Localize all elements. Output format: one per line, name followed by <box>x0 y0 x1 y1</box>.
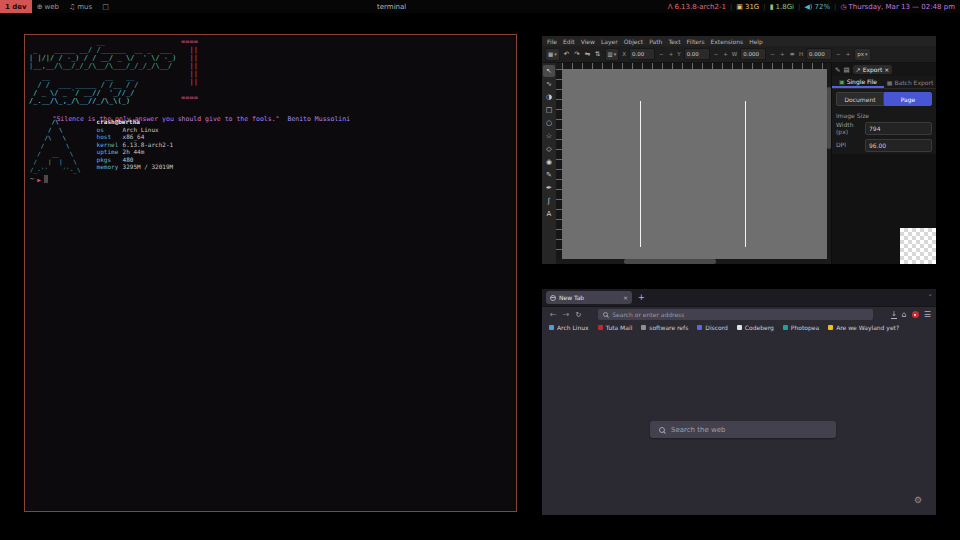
url-bar[interactable]: Search or enter address <box>598 309 873 320</box>
shell-prompt[interactable]: ~ ▶ <box>30 175 48 183</box>
page-border-right <box>745 101 746 247</box>
bookmark-discord[interactable]: Discord <box>697 324 728 331</box>
pencil-tool[interactable]: ✎ <box>543 169 555 181</box>
workspace-dev[interactable]: 1 dev <box>0 0 32 13</box>
menu-filters[interactable]: Filters <box>687 38 705 45</box>
bookmark-arch-linux[interactable]: Arch Linux <box>549 324 589 331</box>
new-tab-button[interactable]: + <box>638 293 645 302</box>
star-tool[interactable]: ☆ <box>543 130 555 142</box>
increment-button[interactable]: + <box>722 51 729 57</box>
menu-layer[interactable]: Layer <box>601 38 618 45</box>
bookmark-photopea[interactable]: Photopea <box>783 324 819 331</box>
bookmark-tuta-mail[interactable]: Tuta Mail <box>598 324 633 331</box>
bookmark-are-we-wayland-yet[interactable]: Are we Wayland yet? <box>828 324 899 331</box>
decrement-button[interactable]: − <box>713 51 720 57</box>
rotate-cw-icon[interactable]: ↷ <box>573 50 580 58</box>
search-icon <box>603 312 608 317</box>
workspace-music[interactable]: ♫ mus <box>64 0 97 13</box>
web-search-input[interactable]: Search the web <box>650 421 836 438</box>
scrollbar-thumb[interactable] <box>827 87 831 149</box>
export-width-input[interactable]: 794 <box>865 122 932 135</box>
vertical-scrollbar[interactable] <box>827 69 831 259</box>
status-disk: ▣ 31G <box>736 3 759 11</box>
pen-tool[interactable]: ✒ <box>543 182 555 194</box>
user-host: crash@bertha <box>97 118 174 126</box>
drawing-canvas[interactable] <box>562 69 827 259</box>
calligraphy-tool[interactable]: ʃ <box>543 195 555 207</box>
box3d-tool[interactable]: ◇ <box>543 143 555 155</box>
text-tool[interactable]: A <box>543 208 555 220</box>
menu-icon[interactable]: ☰ <box>924 310 931 319</box>
export-dpi-input[interactable]: 96.00 <box>865 139 932 152</box>
status-bar: 1 dev ⊕ web ♫ mus □ terminal Λ 6.13.8-ar… <box>0 0 960 13</box>
workspace-empty[interactable]: □ <box>97 0 114 13</box>
flip-vertical-icon[interactable]: ⇅ <box>594 50 601 58</box>
export-panel-header: ✎ ▤ ↗ Export × <box>832 63 936 76</box>
close-tab-icon[interactable]: × <box>623 294 628 301</box>
y-input[interactable]: 0.00 <box>684 48 710 60</box>
transparency-preview <box>900 228 936 264</box>
separator: | <box>834 3 836 11</box>
menu-edit[interactable]: Edit <box>563 38 575 45</box>
increment-button[interactable]: + <box>845 51 852 57</box>
chevron-down-icon: ▾ <box>554 51 557 57</box>
tab-new-tab[interactable]: New Tab × <box>546 291 632 304</box>
extension-dot <box>914 314 916 316</box>
node-editor-tool[interactable]: ∿ <box>543 78 555 90</box>
x-input[interactable]: 0.00 <box>629 48 655 60</box>
fetch-row-kernel: kernel6.13.8-arch2-1 <box>97 141 174 149</box>
pencil-icon[interactable]: ✎ <box>835 66 840 74</box>
rotate-ccw-icon[interactable]: ↶ <box>563 50 570 58</box>
list-all-tabs-icon[interactable]: ˅ <box>929 294 933 302</box>
menu-file[interactable]: File <box>547 38 557 45</box>
lock-ratio-icon[interactable]: ∞ <box>789 50 796 58</box>
terminal-window[interactable]: __ _ _____ __/ /______ __ _ ___ | |/|/ /… <box>24 34 517 512</box>
units-dropdown[interactable]: px ▾ <box>854 48 870 61</box>
reload-button[interactable]: ↻ <box>572 311 584 319</box>
increment-button[interactable]: + <box>668 51 675 57</box>
menu-extensions[interactable]: Extensions <box>711 38 744 45</box>
page-button[interactable]: Page <box>884 92 932 106</box>
ellipse-tool[interactable]: ○ <box>543 117 555 129</box>
flip-horizontal-icon[interactable]: ⇋ <box>584 50 591 58</box>
menu-object[interactable]: Object <box>624 38 644 45</box>
horizontal-scrollbar[interactable] <box>562 259 827 264</box>
menu-help[interactable]: Help <box>749 38 763 45</box>
selector-tool[interactable]: ↖ <box>543 65 555 77</box>
browser-window[interactable]: New Tab × + ˅ ← → ↻ Search or enter addr… <box>542 289 936 515</box>
tab-batch-export[interactable]: ▦ Batch Export <box>884 76 936 88</box>
align-dropdown[interactable]: ▥ ▾ <box>605 48 620 61</box>
inkscape-window[interactable]: File Edit View Layer Object Path Text Fi… <box>542 36 936 264</box>
personalize-gear-icon[interactable]: ⚙ <box>914 495 922 505</box>
menu-path[interactable]: Path <box>649 38 662 45</box>
spiral-tool[interactable]: ◉ <box>543 156 555 168</box>
scrollbar-thumb[interactable] <box>624 259 716 264</box>
layers-icon[interactable]: ▤ <box>843 66 849 74</box>
selection-mode-dropdown[interactable]: ▦ ▾ <box>545 48 560 61</box>
height-input[interactable]: 0.000 <box>806 48 832 60</box>
workspace-label: 1 dev <box>5 3 27 11</box>
workspace-web[interactable]: ⊕ web <box>32 0 64 13</box>
export-dialog-tab[interactable]: ↗ Export × <box>853 65 893 74</box>
decrement-button[interactable]: − <box>769 51 776 57</box>
menu-view[interactable]: View <box>581 38 595 45</box>
home-icon[interactable]: ⌂ <box>902 310 907 319</box>
decrement-button[interactable]: − <box>835 51 842 57</box>
decrement-button[interactable]: − <box>658 51 665 57</box>
close-icon[interactable]: × <box>884 66 889 73</box>
increment-button[interactable]: + <box>779 51 786 57</box>
rectangle-tool[interactable]: □ <box>543 104 555 116</box>
chevron-down-icon: ▾ <box>614 51 617 57</box>
menu-text[interactable]: Text <box>668 38 680 45</box>
bookmark-codeberg[interactable]: Codeberg <box>737 324 774 331</box>
download-icon[interactable]: ↓ <box>891 311 897 319</box>
forward-button[interactable]: → <box>560 310 573 319</box>
extension-icon[interactable] <box>912 311 919 318</box>
bookmark-folder-software-refs[interactable]: software refs <box>641 324 688 331</box>
document-button[interactable]: Document <box>836 92 884 106</box>
bookmark-favicon <box>783 325 788 330</box>
width-input[interactable]: 0.000 <box>740 48 766 60</box>
shape-builder-tool[interactable]: ◑ <box>543 91 555 103</box>
tab-single-file[interactable]: ▣ Single File <box>832 76 884 88</box>
back-button[interactable]: ← <box>547 310 560 319</box>
